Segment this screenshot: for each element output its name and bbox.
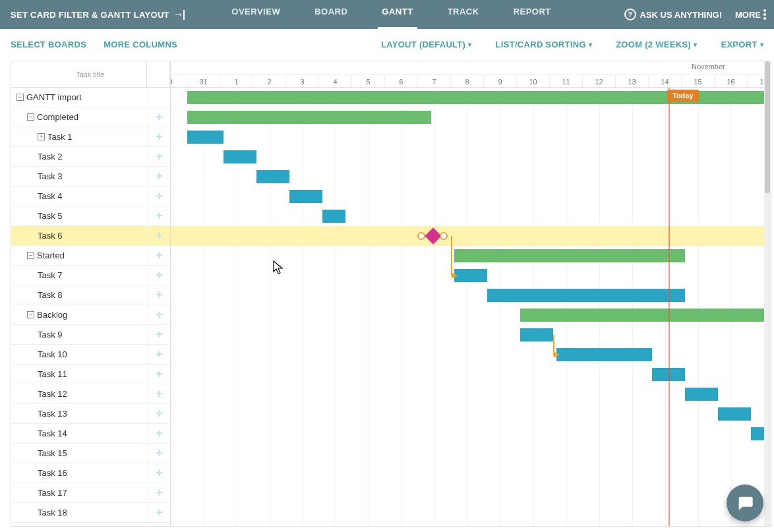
gantt-bar-t13[interactable]	[718, 407, 751, 421]
collapse-icon[interactable]: −	[16, 94, 24, 101]
chart-row-t5[interactable]	[171, 206, 771, 226]
tab-gantt[interactable]: GANTT	[378, 7, 417, 29]
task-row-t4[interactable]: Task 4+	[11, 187, 170, 206]
task-row-t16[interactable]: Task 16+	[11, 463, 170, 483]
task-row-completed[interactable]: −Completed+	[11, 107, 170, 127]
right-item-zoom-2-weeks[interactable]: ZOOM (2 WEEKS)▾	[616, 40, 697, 49]
task-row-t7[interactable]: Task 7+	[11, 266, 170, 285]
left-item-select-boards[interactable]: SELECT BOARDS	[11, 40, 86, 49]
chart-row-t17[interactable]	[171, 483, 771, 503]
chart-row-t6[interactable]	[171, 226, 771, 246]
task-row-t2[interactable]: Task 2+	[11, 147, 170, 167]
chart-row-t1[interactable]	[171, 127, 771, 147]
collapse-icon[interactable]: −	[27, 113, 34, 121]
vertical-scrollbar[interactable]	[764, 61, 771, 526]
task-row-t13[interactable]: Task 13+	[11, 404, 170, 424]
gantt-bar-completed[interactable]	[187, 111, 431, 124]
add-subtask-button[interactable]: +	[148, 325, 170, 344]
chart-row-t15[interactable]	[171, 444, 771, 463]
add-subtask-button[interactable]: +	[148, 147, 170, 166]
ask-us-anything-button[interactable]: ? ASK US ANYTHING!	[624, 9, 722, 20]
add-subtask-button[interactable]: +	[148, 187, 170, 206]
chart-row-t18[interactable]	[171, 503, 771, 523]
task-row-t11[interactable]: Task 11+	[11, 365, 170, 384]
add-subtask-button[interactable]: +	[148, 404, 170, 423]
gantt-bar-t5[interactable]	[322, 210, 345, 223]
chart-row-t13[interactable]	[171, 404, 771, 424]
add-subtask-button[interactable]: +	[148, 246, 170, 265]
task-label: Task 7	[38, 270, 63, 280]
gantt-bar-t3[interactable]	[256, 170, 289, 183]
gantt-chart[interactable]: 0311234567891011121314151617 November To…	[171, 61, 771, 526]
task-row-t17[interactable]: Task 17+	[11, 483, 170, 503]
gantt-bar-t12[interactable]	[685, 388, 718, 401]
chart-row-t12[interactable]	[171, 384, 771, 404]
gantt-body[interactable]: Today	[171, 88, 771, 526]
right-item-export[interactable]: EXPORT▾	[721, 40, 763, 49]
collapse-icon[interactable]: −	[27, 311, 34, 318]
gantt-bar-backlog[interactable]	[520, 309, 771, 322]
chart-row-t4[interactable]	[171, 187, 771, 206]
task-row-t10[interactable]: Task 10+	[11, 345, 170, 365]
add-subtask-button[interactable]: +	[148, 483, 170, 502]
add-subtask-button[interactable]: +	[148, 424, 170, 443]
tab-report[interactable]: REPORT	[510, 7, 555, 29]
add-subtask-button[interactable]: +	[148, 345, 170, 364]
add-subtask-button[interactable]: +	[148, 384, 170, 403]
task-row-t18[interactable]: Task 18+	[11, 503, 170, 523]
milestone-handle-right[interactable]	[440, 232, 448, 240]
task-row-t15[interactable]: Task 15+	[11, 444, 170, 463]
collapse-icon[interactable]: −	[27, 252, 34, 259]
task-row-started[interactable]: −Started+	[11, 246, 170, 266]
milestone-handle-left[interactable]	[417, 232, 425, 240]
add-subtask-button[interactable]: +	[148, 167, 170, 186]
chart-row-t14[interactable]	[171, 424, 771, 444]
tab-overview[interactable]: OVERVIEW	[227, 7, 284, 29]
gantt-bar-t8[interactable]	[487, 289, 685, 302]
task-row-t14[interactable]: Task 14+	[11, 424, 170, 444]
add-subtask-button[interactable]: +	[148, 305, 170, 324]
task-row-backlog[interactable]: −Backlog+	[11, 305, 170, 325]
add-subtask-button[interactable]: +	[148, 206, 170, 225]
task-row-t8[interactable]: Task 8+	[11, 285, 170, 305]
set-filter-button[interactable]: SET CARD FILTER & GANTT LAYOUT →|	[0, 0, 194, 29]
task-row-root[interactable]: −GANTT import	[11, 88, 170, 107]
add-subtask-button[interactable]: +	[148, 503, 170, 522]
right-item-list-card-sorting[interactable]: LIST/CARD SORTING▾	[496, 40, 593, 49]
expand-icon[interactable]: +	[38, 133, 45, 140]
task-row-t9[interactable]: Task 9+	[11, 325, 170, 345]
more-menu-button[interactable]: MORE	[735, 9, 766, 20]
today-tag[interactable]: Today	[667, 90, 699, 102]
chart-row-t2[interactable]	[171, 147, 771, 167]
right-item-layout-default[interactable]: LAYOUT (DEFAULT)▾	[381, 40, 472, 49]
task-row-t3[interactable]: Task 3+	[11, 167, 170, 187]
gantt-bar-t9[interactable]	[520, 328, 553, 341]
chart-row-t16[interactable]	[171, 463, 771, 483]
add-subtask-button[interactable]: +	[148, 444, 170, 463]
left-item-more-columns[interactable]: MORE COLUMNS	[104, 40, 177, 49]
chart-row-t9[interactable]	[171, 325, 771, 345]
add-subtask-button[interactable]: +	[148, 107, 170, 127]
chart-row-t10[interactable]	[171, 345, 771, 365]
task-row-t12[interactable]: Task 12+	[11, 384, 170, 404]
tab-track[interactable]: TRACK	[444, 7, 483, 29]
gantt-bar-started[interactable]	[454, 249, 685, 262]
task-row-label-wrap: −Started	[11, 251, 148, 260]
gantt-bar-t2[interactable]	[223, 150, 256, 163]
add-subtask-button[interactable]: +	[148, 463, 170, 483]
task-row-t1[interactable]: +Task 1+	[11, 127, 170, 147]
gantt-bar-t10[interactable]	[556, 348, 652, 361]
task-row-t6[interactable]: Task 6+	[11, 226, 170, 246]
chat-launcher-button[interactable]	[727, 485, 763, 521]
add-subtask-button[interactable]: +	[148, 285, 170, 305]
add-subtask-button[interactable]: +	[148, 226, 170, 245]
gantt-bar-t1[interactable]	[187, 131, 223, 144]
add-subtask-button[interactable]: +	[148, 127, 170, 146]
task-row-t5[interactable]: Task 5+	[11, 206, 170, 226]
gantt-bar-t4[interactable]	[289, 190, 322, 203]
tab-board[interactable]: BOARD	[311, 7, 351, 29]
add-subtask-button[interactable]: +	[148, 266, 170, 285]
gantt-bar-t7[interactable]	[454, 269, 487, 282]
add-subtask-button[interactable]: +	[148, 365, 170, 384]
scrollbar-thumb[interactable]	[765, 61, 770, 193]
